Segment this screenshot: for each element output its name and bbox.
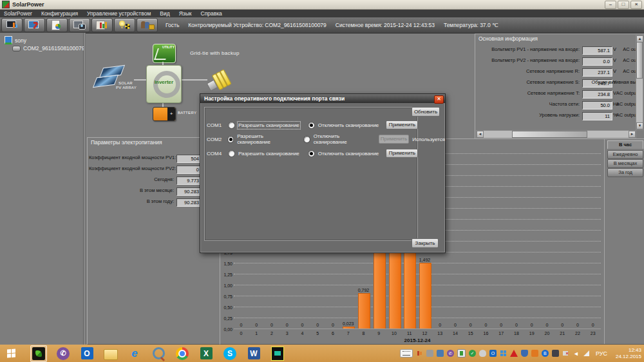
camera-icon[interactable] [552,350,559,357]
monitoring-icon[interactable] [1,18,23,32]
close-dialog-button[interactable]: Закрыть [412,238,439,248]
sidebar-splitter[interactable] [84,33,86,345]
dialog-close-icon[interactable]: ✕ [434,95,444,104]
chrome-icon [176,347,189,360]
data-record-icon[interactable] [91,18,113,32]
chart-gridline [234,285,601,285]
taskbar-viber[interactable]: ✆ [55,346,71,361]
x-axis-tick: 4 [297,331,308,336]
menu-device-management[interactable]: Управление устройством [87,10,151,17]
taskbar-solarpower[interactable] [30,345,47,362]
info-right-label: AC ou [620,68,636,74]
refresh-button[interactable]: Обновить [412,107,440,117]
com2-disable-label[interactable]: Отключить сканирование [314,133,372,145]
antivirus-status-icon[interactable]: ✓ [469,350,476,357]
com1-apply-button[interactable]: Применить [386,120,418,129]
com2-enable-label[interactable]: Разрешить сканирование [237,133,295,145]
scroll-left-icon[interactable]: ◄ [477,131,484,138]
com2-enable-radio[interactable] [227,136,234,143]
menu-solarpower[interactable]: SolarPower [4,10,32,17]
menu-configuration[interactable]: Конфигурация [41,10,78,17]
security-shield-icon[interactable] [521,350,528,357]
outlook-tray-icon[interactable]: O [489,350,497,357]
volume-mixer-icon[interactable] [416,350,423,357]
dialog-titlebar[interactable]: Настройка оперативного подключения порта… [200,94,445,103]
scrollbar-thumb[interactable] [636,42,643,79]
info-horizontal-scrollbar[interactable]: ◄ ► [476,130,636,138]
taskbar-search-tool[interactable] [151,346,166,361]
com4-disable-label[interactable]: Отключить сканирование [318,151,379,157]
menu-view[interactable]: Вид [160,10,169,17]
start-button[interactable] [0,345,22,362]
speaker-icon[interactable]: ◄ [573,350,580,357]
taskbar-media-player[interactable] [270,346,285,361]
button-daily[interactable]: Ежедневно [607,150,643,159]
com1-disable-radio[interactable] [308,122,315,129]
solar-panel-icon-2 [93,75,118,88]
bar-value-label: 0,023 [338,321,358,326]
taskbar-skype[interactable]: S [222,346,238,361]
taskbar-outlook[interactable]: O [79,346,95,361]
usb-device-icon[interactable] [426,350,433,357]
com4-disable-radio[interactable] [308,150,315,157]
power-value: 0 [176,166,202,174]
close-button[interactable]: × [630,1,642,9]
windows-update-icon[interactable] [500,350,507,357]
taskbar-clock[interactable]: 12:43 24.12.2015 [613,347,641,360]
mi-app-icon[interactable] [531,350,538,357]
taskbar-internet-explorer[interactable]: e [127,346,142,361]
menu-language[interactable]: Язык [179,10,192,17]
chart-buttons-separator [604,139,605,344]
button-monthly[interactable]: В месяцах [607,159,643,168]
taskbar-word[interactable]: W [246,346,261,361]
scroll-down-icon[interactable]: ▼ [636,122,643,129]
battery-icon[interactable] [457,349,466,357]
network-error-icon[interactable]: × [562,350,569,357]
com1-disable-label[interactable]: Отключить сканирование [318,122,379,128]
menu-help[interactable]: Справка [201,10,222,17]
word-icon: W [248,347,260,359]
report-icon[interactable] [46,18,68,32]
x-axis-tick: 20 [542,331,553,336]
user-access-icon[interactable] [137,18,158,32]
scroll-right-icon[interactable]: ► [629,131,636,138]
taskbar-excel[interactable]: X [198,346,214,361]
com4-row: COM4 Разрешить сканирование Отключить ск… [207,149,418,157]
info-right-label: AC outpu [614,112,636,118]
power-row: В этом году: 90.283 [88,198,216,207]
com4-enable-label[interactable]: Разрешить сканирование [238,151,299,157]
taskbar-chrome[interactable] [175,346,190,361]
signal-bars-icon[interactable] [583,350,590,357]
language-indicator[interactable]: РУС [593,350,610,357]
energy-icon[interactable] [114,18,135,32]
solarpower-app-window: SolarPower – □ × SolarPower Конфигурация… [0,0,644,362]
taskbar-file-explorer[interactable] [103,346,118,361]
com1-enable-label[interactable]: Разрешить сканирование [238,122,299,128]
com1-enable-radio[interactable] [228,122,235,129]
info-vertical-scrollbar[interactable]: ▲ ▼ [636,35,643,130]
tree-node-device[interactable]: COM2_96161508100079 [12,45,84,52]
com2-disable-radio[interactable] [303,136,310,143]
viber-tray-icon[interactable]: ✆ [447,350,454,357]
warning-icon[interactable] [510,350,518,357]
snapshot-icon[interactable] [69,18,90,32]
y-axis-tick: 1,25 [220,272,232,277]
device-config-icon[interactable] [24,18,45,32]
window-titlebar[interactable]: SolarPower – □ × [0,0,644,10]
tree-node-computer[interactable]: sony [5,36,26,44]
com4-enable-radio[interactable] [228,150,235,157]
button-annual[interactable]: За год [607,168,643,177]
tab-per-hour[interactable]: В час [607,140,643,149]
scrollbar-thumb[interactable] [512,131,587,138]
x-axis-tick: 17 [496,331,507,336]
device-tree-panel: sony COM2_96161508100079 [0,33,84,345]
bar-value-label: 0 [583,323,603,327]
bluetooth-icon[interactable]: B [542,350,549,357]
com4-apply-button[interactable]: Применить [386,149,418,158]
touch-keyboard-icon[interactable] [400,349,413,357]
cloud-icon[interactable] [479,350,486,357]
pen-tablet-icon[interactable] [437,350,444,357]
x-axis-tick: 0 [236,331,247,336]
minimize-button[interactable]: – [605,1,616,9]
maximize-button[interactable]: □ [618,1,629,9]
